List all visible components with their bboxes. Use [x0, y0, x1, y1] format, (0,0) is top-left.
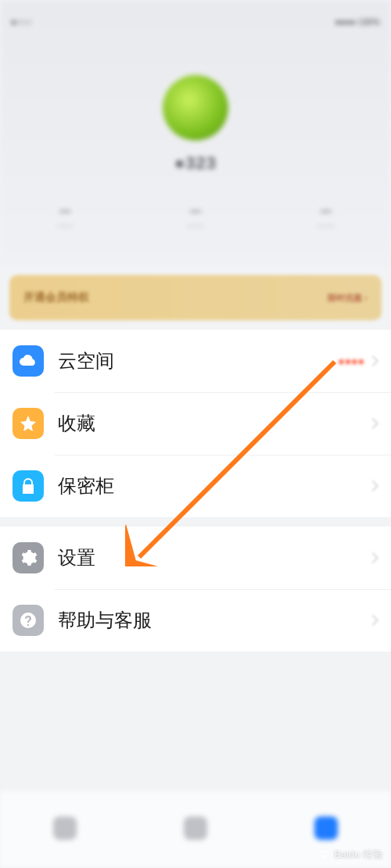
menu-label: 帮助与客服 — [58, 608, 369, 633]
promo-banner[interactable]: 开通会员特权 限时优惠 › — [9, 275, 382, 320]
gear-icon — [13, 542, 44, 573]
svg-point-1 — [321, 851, 323, 853]
menu-settings[interactable]: 设置 — [0, 527, 391, 589]
status-bar: ●○○○ ●●●● 100% — [0, 17, 391, 36]
menu-label: 云空间 — [58, 348, 338, 373]
avatar[interactable] — [163, 75, 228, 141]
menu-safe[interactable]: 保密柜 — [0, 455, 391, 517]
svg-point-2 — [323, 850, 325, 852]
nav-icon-2 — [184, 816, 207, 840]
nav-item-2[interactable] — [131, 791, 261, 868]
chevron-right-icon — [368, 355, 378, 366]
svg-point-4 — [322, 854, 328, 858]
menu-group-2: 设置 帮助与客服 — [0, 527, 391, 652]
watermark: Baidu 经验 — [318, 848, 383, 862]
username: ●323 — [174, 153, 217, 173]
stat-1[interactable]: — —— — [0, 205, 131, 230]
chevron-right-icon — [368, 552, 378, 563]
stats-row: — —— — —— — —— — [0, 205, 391, 230]
menu-label: 保密柜 — [58, 473, 369, 498]
paw-icon — [318, 848, 331, 861]
banner-right: 限时优惠 › — [328, 292, 368, 304]
chevron-right-icon — [368, 615, 378, 626]
svg-point-3 — [326, 851, 328, 853]
nav-icon-3 — [314, 816, 338, 840]
status-left: ●○○○ — [11, 17, 32, 36]
menu-label: 收藏 — [58, 411, 369, 436]
watermark-text: Baidu 经验 — [334, 848, 383, 862]
stat-3[interactable]: — —— — [260, 205, 391, 230]
menu-favorites[interactable]: 收藏 — [0, 392, 391, 455]
status-right: ●●●● 100% — [335, 17, 380, 36]
question-icon — [13, 605, 44, 636]
banner-left: 开通会员特权 — [23, 291, 89, 305]
stat-2[interactable]: — —— — [131, 205, 261, 230]
cloud-icon — [13, 345, 44, 377]
chevron-right-icon — [368, 418, 378, 429]
nav-icon-1 — [53, 816, 77, 840]
chevron-right-icon — [368, 480, 378, 491]
profile-header: ●○○○ ●●●● 100% ●323 — —— — —— — —— — [0, 0, 391, 266]
star-icon — [13, 408, 44, 439]
nav-item-1[interactable] — [0, 791, 131, 868]
menu-label: 设置 — [58, 545, 369, 570]
menu-group-1: 云空间 ●●●● 收藏 保密柜 — [0, 330, 391, 517]
menu-extra: ●●●● — [338, 355, 364, 367]
lock-icon — [13, 470, 44, 502]
menu-help[interactable]: 帮助与客服 — [0, 589, 391, 652]
menu-cloud[interactable]: 云空间 ●●●● — [0, 330, 391, 392]
